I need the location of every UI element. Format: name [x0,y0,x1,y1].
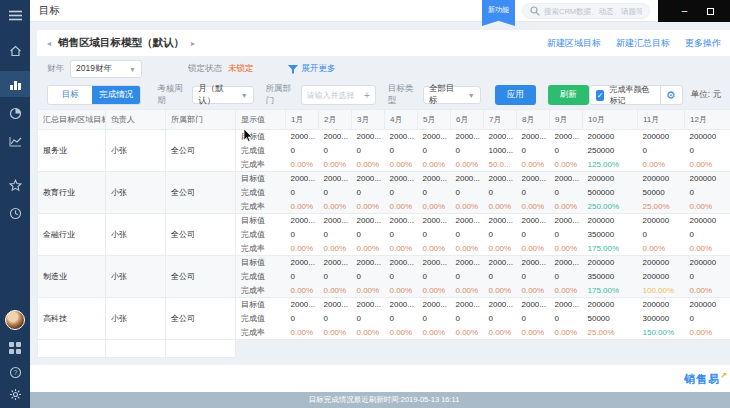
more-actions-link[interactable]: 更多操作 [685,37,721,50]
group-dept: 全公司 [166,130,236,172]
goal-table: 汇总目标/区域目标负责人所属部门显示值1月2月3月4月5月6月7月8月9月10月… [37,109,730,358]
settings-gear-icon[interactable]: ⚙ [666,90,676,101]
row-label: 完成率 [236,326,286,340]
goal-type-select[interactable]: 全部目标 ▼ [423,86,481,104]
group-owner: 小张 [106,298,166,340]
goal-type-label: 目标类型 [388,83,417,107]
actual-cell: 50000 [583,312,638,326]
actual-cell: 0 [685,228,730,242]
rate-cell: 0.00% [550,284,583,298]
fiscal-filter-row: 财年 2019财年 ▼ 锁定状态 未锁定 展开更多 [37,57,730,81]
expand-more-button[interactable]: 展开更多 [288,63,336,75]
rate-cell: 0.00% [638,158,685,172]
rate-cell: 0.00% [451,284,484,298]
target-cell: 2000... [418,130,451,144]
maximize-icon[interactable] [707,8,714,15]
clock-icon[interactable] [0,203,30,223]
refresh-button[interactable]: 刷新 [548,85,589,105]
target-cell: 2000... [550,214,583,228]
column-header: 汇总目标/区域目标 [38,110,106,130]
target-cell: 2000... [484,130,517,144]
minimize-icon[interactable]: – [682,6,688,16]
rate-cell: 0.00% [319,158,352,172]
group-owner: 小张 [106,214,166,256]
rate-cell: 0.00% [550,200,583,214]
menu-icon[interactable] [0,5,30,25]
fiscal-year-select[interactable]: 2019财年 ▼ [70,60,142,78]
target-cell: 2000... [451,130,484,144]
rate-cell: 0.00% [685,326,730,340]
rate-cell: 0.00% [418,284,451,298]
tab-target[interactable]: 目标 [48,86,92,104]
rate-cell: 0.00% [685,200,730,214]
table-row: 金融行业小张全公司目标值2000...2000...2000...2000...… [38,214,730,228]
column-header: 10月 [583,110,638,130]
actual-cell: 0 [451,270,484,284]
home-icon[interactable] [0,41,30,61]
department-label: 所属部门 [266,83,295,107]
column-header: 6月 [451,110,484,130]
view-toggle: 目标 完成情况 [47,85,141,105]
table-row: 教育行业小张全公司目标值2000...2000...2000...2000...… [38,172,730,186]
department-input[interactable]: + [301,85,376,105]
actual-cell: 500000 [583,186,638,200]
rate-cell: 0.00% [550,158,583,172]
target-cell: 2000... [550,172,583,186]
rate-cell: 0.00% [517,242,550,256]
footer-band: 销售易↗ [30,365,730,392]
grid-icon[interactable] [0,338,30,358]
actual-cell: 0 [286,312,319,326]
fiscal-year-value: 2019财年 [76,63,112,75]
target-cell: 200000 [685,172,730,186]
column-header: 12月 [685,110,730,130]
target-cell: 2000... [451,172,484,186]
period-select[interactable]: 月（默认） ▼ [192,86,253,104]
next-model-icon[interactable]: ▸ [191,39,195,48]
target-cell: 2000... [451,256,484,270]
bar-chart-icon[interactable] [0,71,30,97]
prev-model-icon[interactable]: ◂ [47,39,51,48]
column-header: 4月 [385,110,418,130]
rate-cell: 0.00% [418,326,451,340]
rate-cell: 0.00% [484,326,517,340]
target-cell: 2000... [319,256,352,270]
rate-cell: 0.00% [418,158,451,172]
line-chart-icon[interactable] [0,131,30,151]
rate-cell: 0.00% [451,200,484,214]
add-icon[interactable]: + [364,90,370,101]
department-field[interactable] [307,91,364,100]
global-search[interactable] [522,3,650,19]
unit-label: 单位: 元 [691,89,721,101]
goal-type-value: 全部目标 [429,83,462,107]
avatar[interactable] [0,310,30,330]
actual-cell: 0 [550,144,583,158]
column-header: 2月 [319,110,352,130]
target-cell: 2000... [352,256,385,270]
new-region-goal-link[interactable]: 新建区域目标 [547,37,601,50]
target-cell: 200000 [685,130,730,144]
tab-completion[interactable]: 完成情况 [92,86,140,104]
pie-chart-icon[interactable] [0,103,30,123]
gear-icon[interactable] [0,384,30,404]
apply-button[interactable]: 应用 [495,85,536,105]
search-icon [530,6,540,16]
help-icon[interactable]: ? [0,362,30,382]
actual-cell: 0 [484,270,517,284]
star-icon[interactable] [0,175,30,195]
target-cell: 2000... [286,298,319,312]
column-header: 11月 [638,110,685,130]
actual-cell: 250000 [583,144,638,158]
search-input[interactable] [544,7,642,16]
actual-cell: 0 [517,312,550,326]
column-header: 所属部门 [166,110,236,130]
actual-cell: 0 [638,144,685,158]
rate-color-checkbox[interactable]: ✓ [596,90,605,101]
target-cell: 2000... [319,130,352,144]
sidebar: ? [0,0,30,408]
funnel-icon [288,65,298,74]
new-summary-goal-link[interactable]: 新建汇总目标 [616,37,670,50]
target-cell: 200000 [685,214,730,228]
rate-cell: 25.00% [638,200,685,214]
content-area: ◂ 销售区域目标模型（默认） ▸ 新建区域目标 新建汇总目标 更多操作 财年 2… [30,22,730,365]
table-row: 制造业小张全公司目标值2000...2000...2000...2000...2… [38,256,730,270]
